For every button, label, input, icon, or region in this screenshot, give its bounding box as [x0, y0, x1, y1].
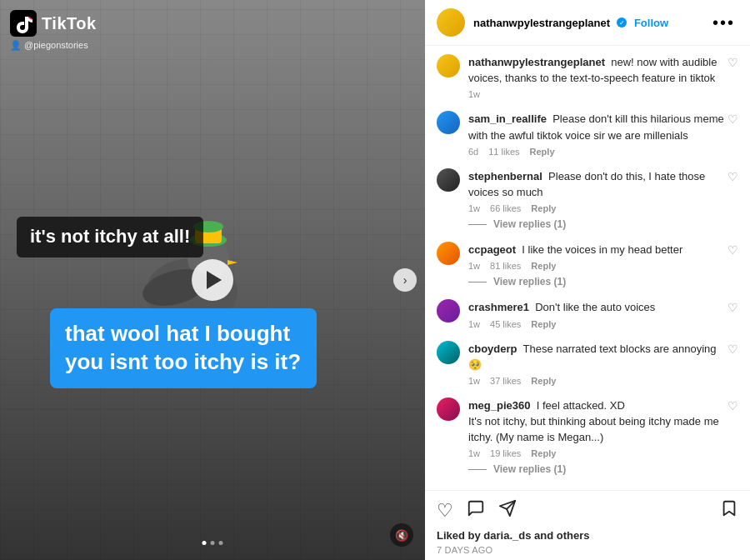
- commenter-username: stephenbernal: [468, 170, 542, 182]
- comment-heart-4[interactable]: ♡: [728, 341, 738, 356]
- verified-badge: [617, 18, 627, 28]
- comment-time: 1w: [468, 261, 480, 271]
- replies-text: View replies (1): [493, 276, 566, 288]
- comment-item: cboyderp These narrated text blocks are …: [437, 341, 738, 386]
- comment-body-3: crashmere1 Don't like the auto voices 1w…: [468, 299, 728, 328]
- svg-marker-9: [228, 260, 238, 265]
- comment-reply-button[interactable]: Reply: [531, 203, 556, 213]
- comment-item: stephenbernal Please don't do this, I ha…: [437, 168, 738, 230]
- comment-text-4: cboyderp These narrated text blocks are …: [468, 342, 716, 371]
- comment-body-2: ccpageot I like the voices in my head be…: [468, 242, 728, 288]
- dot-3: [219, 541, 223, 545]
- comments-container: sam_in_reallife Please don't kill this h…: [437, 111, 738, 475]
- comment-time: 1w: [468, 203, 480, 213]
- comment-likes: 66 likes: [490, 203, 521, 213]
- tiktok-icon: [10, 10, 37, 37]
- comment-meta-0: 6d 11 likes Reply: [468, 147, 728, 157]
- comment-reply-button[interactable]: Reply: [531, 448, 556, 458]
- comment-likes: 37 likes: [490, 376, 521, 386]
- like-icon[interactable]: ♡: [437, 500, 453, 522]
- comment-heart-2[interactable]: ♡: [728, 242, 738, 257]
- commenter-avatar: [437, 398, 460, 421]
- tiktok-logo: TikTok: [10, 10, 97, 37]
- comment-text-3: crashmere1 Don't like the auto voices: [468, 301, 655, 313]
- comment-icon[interactable]: [467, 499, 485, 522]
- bookmark-icon[interactable]: [720, 499, 738, 522]
- right-panel: nathanwpylestrangeplanet Follow ••• nath…: [425, 0, 750, 560]
- comment-heart-5[interactable]: ♡: [728, 398, 738, 412]
- volume-button[interactable]: 🔇: [390, 523, 413, 547]
- commenter-username: crashmere1: [468, 301, 529, 313]
- comment-meta-3: 1w 45 likes Reply: [468, 319, 728, 329]
- comment-text-0: sam_in_reallife Please don't kill this h…: [468, 112, 724, 141]
- comment-text-2: ccpageot I like the voices in my head be…: [468, 243, 682, 256]
- comment-meta-1: 1w 66 likes Reply: [468, 203, 728, 213]
- liked-by-text: Liked by daria._ds and others: [437, 529, 738, 542]
- commenter-avatar: [437, 341, 460, 364]
- comment-likes: 19 likes: [490, 448, 521, 458]
- comment-text-1: stephenbernal Please don't do this, I ha…: [468, 170, 705, 198]
- video-panel: TikTok @piegonstories it's not itchy at …: [0, 0, 425, 560]
- replies-line: [468, 224, 487, 225]
- post-author-comment-body: nathanwpylestrangeplanet new! now with a…: [468, 54, 728, 99]
- username-wrap: nathanwpylestrangeplanet Follow: [473, 15, 702, 30]
- comment-likes: 11 likes: [488, 147, 519, 157]
- next-arrow[interactable]: ›: [393, 268, 417, 292]
- caption-blue: that wool hat I bought you isnt too itch…: [50, 308, 317, 388]
- replies-line: [468, 282, 487, 282]
- comment-item: sam_in_reallife Please don't kill this h…: [437, 111, 738, 156]
- dot-indicators: [202, 541, 223, 545]
- video-background: TikTok @piegonstories it's not itchy at …: [0, 0, 425, 560]
- comment-likes: 81 likes: [490, 261, 521, 271]
- comment-item: ccpageot I like the voices in my head be…: [437, 242, 738, 288]
- comment-likes: 45 likes: [490, 319, 521, 329]
- follow-button[interactable]: Follow: [634, 17, 668, 29]
- commenter-avatar: [437, 242, 460, 265]
- commenter-username: sam_in_reallife: [468, 112, 547, 125]
- post-author-avatar: [437, 8, 465, 37]
- post-header: nathanwpylestrangeplanet Follow •••: [425, 0, 750, 46]
- comment-time: 6d: [468, 147, 478, 157]
- dot-1: [202, 541, 207, 545]
- bottom-actions: ♡ Liked by daria._ds and others 7 D: [425, 490, 750, 560]
- post-author-username: nathanwpylestrangeplanet: [473, 17, 610, 29]
- comment-heart-1[interactable]: ♡: [728, 168, 738, 183]
- comment-heart-0[interactable]: ♡: [728, 111, 738, 126]
- author-avatar-image: [437, 8, 465, 37]
- comment-body-0: sam_in_reallife Please don't kill this h…: [468, 111, 728, 156]
- comment-time: 1w: [468, 376, 480, 386]
- comment-reply-button[interactable]: Reply: [531, 376, 556, 386]
- view-replies-2[interactable]: View replies (1): [468, 276, 728, 288]
- comment-meta-4: 1w 37 likes Reply: [468, 376, 728, 386]
- comment-item: crashmere1 Don't like the auto voices 1w…: [437, 299, 738, 328]
- view-replies-1[interactable]: View replies (1): [468, 218, 728, 230]
- view-replies-5[interactable]: View replies (1): [468, 463, 728, 475]
- commenter-username: ccpageot: [468, 243, 516, 256]
- comment-time: 1w: [468, 319, 480, 329]
- comment-reply-button[interactable]: Reply: [531, 261, 556, 271]
- post-author-comment-text: nathanwpylestrangeplanet new! now with a…: [468, 56, 717, 84]
- comment-body-4: cboyderp These narrated text blocks are …: [468, 341, 728, 386]
- tiktok-title: TikTok: [42, 14, 97, 33]
- comments-section[interactable]: nathanwpylestrangeplanet new! now with a…: [425, 46, 750, 490]
- post-author-comment-meta: 1w: [468, 89, 728, 99]
- commenter-avatar: [437, 168, 460, 192]
- replies-text: View replies (1): [493, 218, 566, 230]
- time-ago: 7 DAYS AGO: [437, 545, 738, 555]
- post-author-heart-icon[interactable]: ♡: [728, 54, 738, 69]
- comment-reply-button[interactable]: Reply: [530, 147, 555, 157]
- replies-text: View replies (1): [493, 463, 566, 475]
- play-button[interactable]: [192, 259, 233, 301]
- comment-heart-3[interactable]: ♡: [728, 299, 738, 314]
- comment-meta-2: 1w 81 likes Reply: [468, 261, 728, 271]
- share-icon[interactable]: [498, 499, 517, 522]
- tiktok-username: @piegonstories: [10, 40, 88, 51]
- action-icons-row: ♡: [437, 499, 738, 522]
- comment-meta-5: 1w 19 likes Reply: [468, 448, 728, 458]
- comment-reply-button[interactable]: Reply: [531, 319, 556, 329]
- comment-body-1: stephenbernal Please don't do this, I ha…: [468, 168, 728, 230]
- more-options-button[interactable]: •••: [709, 13, 738, 32]
- replies-line: [468, 469, 487, 470]
- commenter-username: meg_pie360: [468, 399, 530, 412]
- comment-time: 1w: [468, 448, 480, 458]
